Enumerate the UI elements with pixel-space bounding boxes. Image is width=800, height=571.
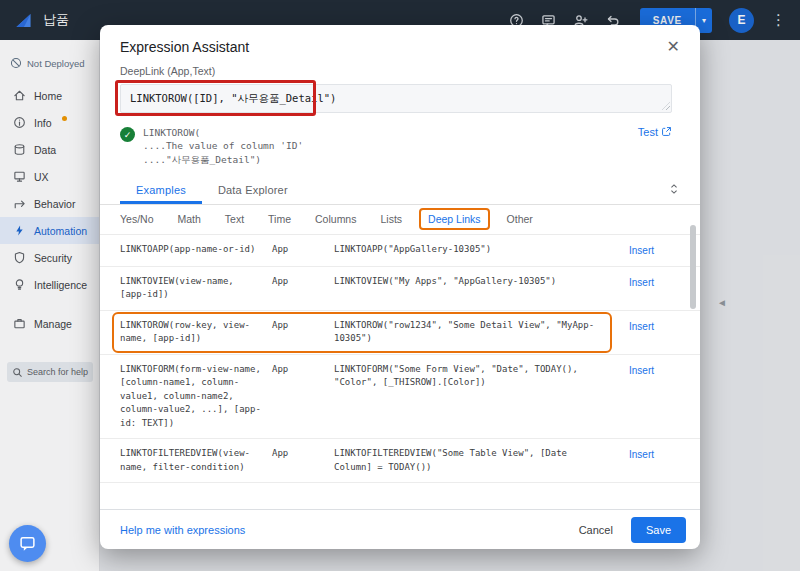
test-link-label: Test	[638, 126, 658, 138]
validation-line: LINKTOROW(	[143, 126, 303, 139]
expression-signature: LINKTOFORM(form-view-name, [column-name1…	[120, 363, 272, 431]
dialog-footer: Help me with expressions Cancel Save	[100, 509, 700, 549]
expression-input[interactable]: LINKTOROW([ID], "사무용품_Detail")	[120, 84, 672, 113]
expression-signature: LINKTOFILTEREDVIEW(view-name, filter-con…	[120, 447, 272, 474]
insert-link[interactable]: Insert	[620, 363, 654, 378]
expression-assistant-dialog: Expression Assistant ✕ DeepLink (App,Tex…	[100, 25, 700, 549]
expression-example: LINKTOFORM("Some Form View", "Date", TOD…	[334, 363, 620, 390]
collapse-assistant-icon[interactable]	[668, 183, 680, 195]
external-link-icon	[661, 126, 672, 137]
close-icon[interactable]: ✕	[667, 39, 680, 55]
insert-link[interactable]: Insert	[620, 275, 654, 290]
example-row: LINKTOFILTEREDVIEW(view-name, filter-con…	[100, 439, 700, 483]
dialog-header: Expression Assistant ✕	[100, 25, 700, 63]
example-row: LINKTOAPP(app-name-or-id)AppLINKTOAPP("A…	[100, 235, 700, 267]
validation-line: ...."사무용품_Detail")	[143, 153, 303, 166]
dialog-save-button[interactable]: Save	[631, 517, 686, 543]
insert-link[interactable]: Insert	[620, 447, 654, 462]
category-tab-deep-links[interactable]: Deep Links	[419, 208, 490, 230]
example-row: LINKTOROW(row-key, view-name, [app-id])A…	[100, 311, 700, 355]
example-row: LINKTOVIEW(view-name, [app-id])AppLINKTO…	[100, 267, 700, 311]
expression-type: App	[272, 319, 334, 333]
validation-message: LINKTOROW(....The value of column 'ID'..…	[143, 126, 303, 166]
expression-type: App	[272, 447, 334, 461]
scrollbar-thumb[interactable]	[690, 225, 696, 309]
category-tab-yes-no[interactable]: Yes/No	[120, 213, 153, 225]
tab-data-explorer[interactable]: Data Explorer	[202, 174, 304, 204]
category-tab-text[interactable]: Text	[225, 213, 244, 225]
category-tab-columns[interactable]: Columns	[315, 213, 356, 225]
help-expressions-link[interactable]: Help me with expressions	[120, 524, 245, 536]
expression-example: LINKTOFILTEREDVIEW("Some Table View", [D…	[334, 447, 620, 474]
cancel-button[interactable]: Cancel	[567, 518, 625, 542]
expression-field-label: DeepLink (App,Text)	[120, 65, 672, 77]
examples-table: LINKTOAPP(app-name-or-id)AppLINKTOAPP("A…	[100, 235, 700, 484]
expression-signature: LINKTOROW(row-key, view-name, [app-id])	[120, 319, 272, 346]
valid-check-icon: ✓	[120, 127, 135, 142]
chat-bubble-icon	[19, 535, 36, 552]
assistant-tabs: Examples Data Explorer	[100, 174, 700, 205]
expression-signature: LINKTOVIEW(view-name, [app-id])	[120, 275, 272, 302]
expression-type: App	[272, 363, 334, 377]
chat-fab-button[interactable]	[9, 525, 46, 562]
expression-type: App	[272, 243, 334, 257]
expression-example: LINKTOAPP("AppGallery-10305")	[334, 243, 620, 257]
validation-line: ....The value of column 'ID'	[143, 139, 303, 152]
collapse-panel-chevron-icon[interactable]: ◄	[717, 297, 727, 308]
expression-example: LINKTOROW("row1234", "Some Detail View",…	[334, 319, 620, 346]
category-tab-time[interactable]: Time	[268, 213, 291, 225]
test-link[interactable]: Test	[638, 126, 672, 166]
example-row: LINKTOFORM(form-view-name, [column-name1…	[100, 355, 700, 440]
insert-link[interactable]: Insert	[620, 243, 654, 258]
category-tab-lists[interactable]: Lists	[380, 213, 402, 225]
expression-type: App	[272, 275, 334, 289]
expression-signature: LINKTOAPP(app-name-or-id)	[120, 243, 272, 257]
validation-row: ✓ LINKTOROW(....The value of column 'ID'…	[120, 126, 672, 166]
tab-examples[interactable]: Examples	[120, 174, 202, 204]
category-tab-math[interactable]: Math	[177, 213, 200, 225]
category-tab-other[interactable]: Other	[507, 213, 533, 225]
dialog-title: Expression Assistant	[120, 39, 249, 55]
insert-link[interactable]: Insert	[620, 319, 654, 334]
category-tabs: Yes/NoMathTextTimeColumnsListsDeep Links…	[100, 205, 700, 235]
expression-example: LINKTOVIEW("My Apps", "AppGallery-10305"…	[334, 275, 620, 289]
expression-field-section: DeepLink (App,Text) LINKTOROW([ID], "사무용…	[100, 63, 700, 166]
